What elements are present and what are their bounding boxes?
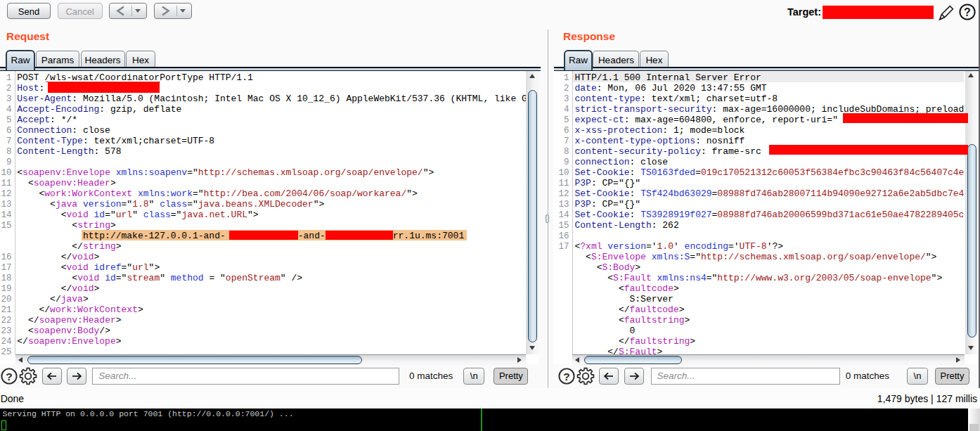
svg-text:?: ?: [6, 371, 12, 382]
svg-text:?: ?: [563, 371, 569, 382]
svg-text:?: ?: [964, 6, 971, 18]
